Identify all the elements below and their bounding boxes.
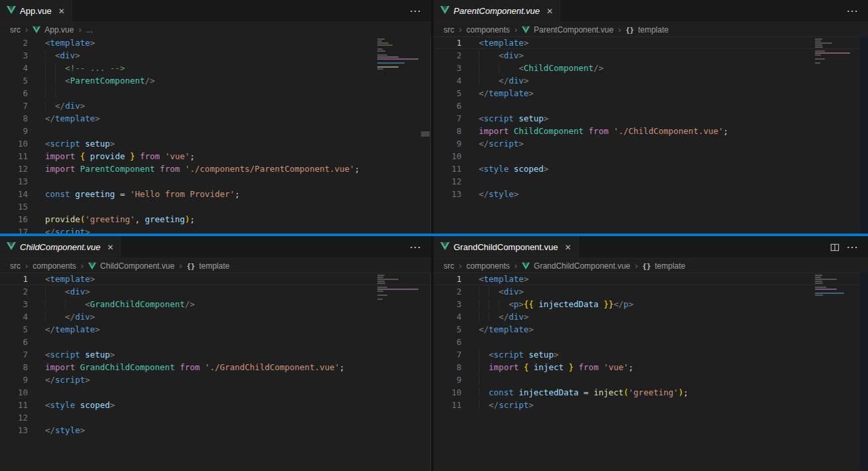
breadcrumb-item[interactable]: ParentComponent.vue [534,25,613,34]
minimap-line [815,277,821,278]
code-line[interactable]: 11<style scoped> [0,399,430,411]
breadcrumb-item[interactable]: ... [86,25,93,34]
code-line[interactable]: 13</style> [434,188,868,200]
code-line[interactable]: 11import { provide } from 'vue'; [0,150,430,163]
breadcrumb-item[interactable]: template [199,261,229,271]
code-editor-parent[interactable]: 1<template>2 <div>3 <ChildComponent/>4 <… [434,36,868,234]
minimap[interactable] [815,275,857,296]
breadcrumb-item[interactable]: components [466,261,509,271]
code-editor-app[interactable]: 2<template>3 <div>4 <!-- ... -->5 <Paren… [0,36,431,234]
code-line[interactable]: 2<template> [0,36,430,49]
code-line[interactable]: 3 <GrandChildComponent/> [0,298,430,310]
tab-childcomponent-vue[interactable]: ChildComponent.vue ✕ [0,236,121,258]
code-line[interactable]: 10 [434,150,868,163]
code-line[interactable]: 12import ParentComponent from './compone… [0,163,430,175]
code-line[interactable]: 6 [434,100,868,112]
breadcrumb-item[interactable]: ChildComponent.vue [100,261,174,271]
code-line[interactable]: 2 <div> [0,285,430,298]
minimap[interactable] [377,38,420,70]
code-line[interactable]: 8import ChildComponent from './ChildComp… [434,125,868,137]
code-line[interactable]: 7<script setup> [434,112,868,125]
tab-app-vue[interactable]: App.vue ✕ [0,0,72,22]
code-line[interactable]: 10 [0,386,430,399]
code-line[interactable]: 13</style> [0,424,430,437]
more-actions-icon[interactable]: ··· [847,6,859,16]
breadcrumb-item[interactable]: components [32,261,76,271]
scrollbar-track[interactable] [860,36,868,234]
close-icon[interactable]: ✕ [565,243,572,251]
code-line[interactable]: 10 const injectedData = inject('greeting… [434,386,868,399]
line-content: const injectedData = inject('greeting'); [479,386,688,399]
code-line[interactable]: 11 </script> [434,399,868,411]
code-line[interactable]: 5</template> [434,87,868,100]
tab-grandchildcomponent-vue[interactable]: GrandChildComponent.vue ✕ [434,236,579,258]
more-actions-icon[interactable]: ··· [410,242,422,252]
code-line[interactable]: 11<style scoped> [434,163,868,175]
code-line[interactable]: 5</template> [434,323,868,336]
code-line[interactable]: 7 </div> [0,100,430,112]
code-line[interactable]: 1<template> [434,273,868,285]
code-line[interactable]: 6 [0,87,430,100]
breadcrumb-item[interactable]: App.vue [44,25,74,34]
code-line[interactable]: 5</template> [0,323,430,336]
line-content: </template> [45,112,100,125]
code-line[interactable]: 7 <script setup> [434,348,868,361]
code-editor-grandchild[interactable]: 1<template>2 <div>3 <p>{{ injectedData }… [434,273,868,471]
code-line[interactable]: 12 [434,175,868,188]
breadcrumb-item[interactable]: src [10,261,21,271]
code-line[interactable]: 9 [434,373,868,386]
breadcrumb-item[interactable]: src [444,261,454,271]
scrollbar-track[interactable] [860,273,868,471]
code-line[interactable]: 2 <div> [434,49,868,62]
code-line[interactable]: 16provide('greeting', greeting); [0,213,430,226]
close-icon[interactable]: ✕ [546,7,553,15]
close-icon[interactable]: ✕ [107,243,113,251]
more-actions-icon[interactable]: ··· [410,6,422,16]
code-line[interactable]: 1<template> [0,273,430,285]
minimap[interactable] [377,275,420,300]
code-line[interactable]: 15 [0,200,430,213]
code-line[interactable]: 1<template> [434,36,868,49]
line-content: <script setup> [45,348,115,361]
scrollbar-thumb[interactable] [421,131,430,137]
code-line[interactable]: 14const greeting = 'Hello from Provider'… [0,188,430,200]
code-line[interactable]: 8import GrandChildComponent from './Gran… [0,361,430,373]
code-line[interactable]: 3 <p>{{ injectedData }}</p> [434,298,868,310]
more-actions-icon[interactable]: ··· [847,242,859,252]
code-line[interactable]: 17</script> [0,226,430,234]
minimap[interactable] [815,38,857,64]
minimap-line [377,291,383,292]
code-line[interactable]: 4 </div> [434,74,868,87]
split-editor-icon[interactable] [830,243,839,252]
code-line[interactable]: 5 <ParentComponent/> [0,74,430,87]
code-line[interactable]: 6 [0,336,430,348]
code-line[interactable]: 4 </div> [0,310,430,323]
code-line[interactable]: 3 <ChildComponent/> [434,62,868,74]
code-line[interactable]: 3 <div> [0,49,430,62]
tab-parentcomponent-vue[interactable]: ParentComponent.vue ✕ [434,0,560,22]
code-line[interactable]: 9</script> [434,137,868,150]
code-line[interactable]: 9</script> [0,373,430,386]
code-line[interactable]: 2 <div> [434,285,868,298]
breadcrumb-item[interactable]: template [654,261,685,271]
breadcrumb-item[interactable]: components [466,25,509,34]
line-content: <ParentComponent/> [45,74,155,87]
code-line[interactable]: 10<script setup> [0,137,430,150]
breadcrumb-item[interactable]: src [444,25,454,34]
close-icon[interactable]: ✕ [58,7,65,15]
code-line[interactable]: 4 </div> [434,310,868,323]
code-line[interactable]: 8 import { inject } from 'vue'; [434,361,868,373]
code-line[interactable]: 13 [0,175,430,188]
split-sash[interactable] [0,234,868,236]
breadcrumb-item[interactable]: GrandChildComponent.vue [534,261,630,271]
code-line[interactable]: 7<script setup> [0,348,430,361]
code-line[interactable]: 8</template> [0,112,430,125]
code-editor-child[interactable]: 1<template>2 <div>3 <GrandChildComponent… [0,273,431,471]
code-line[interactable]: 12 [0,411,430,424]
code-line[interactable]: 9 [0,125,430,137]
code-line[interactable]: 6 [434,336,868,348]
tab-bar: App.vue ✕ ··· [0,0,431,23]
code-line[interactable]: 4 <!-- ... --> [0,62,430,74]
breadcrumb-item[interactable]: src [10,25,21,34]
breadcrumb-item[interactable]: template [638,25,668,34]
